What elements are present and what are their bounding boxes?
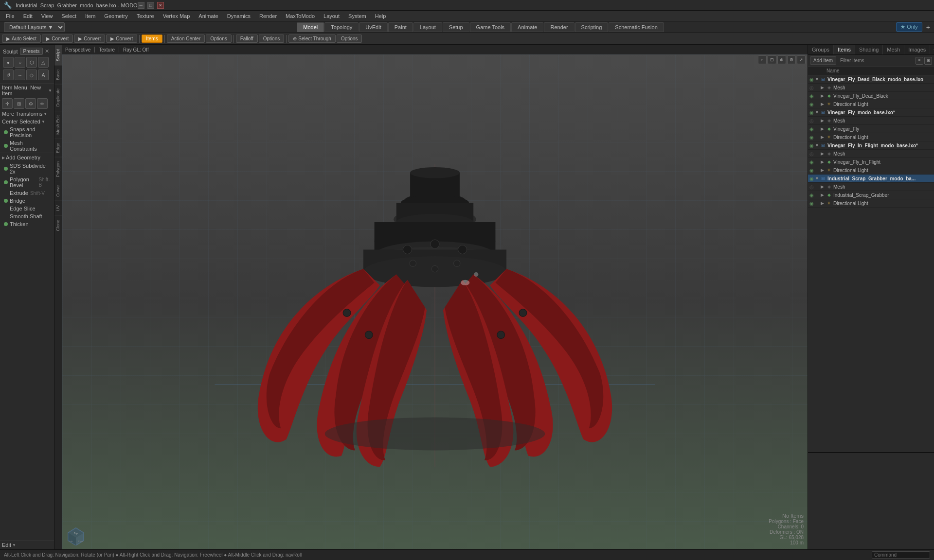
- viewport-zoom-icon[interactable]: ⊕: [777, 55, 786, 64]
- side-tab-sculpt[interactable]: Sculpt: [54, 45, 62, 65]
- action-center-button[interactable]: Action Center: [167, 35, 205, 43]
- menu-item-animate[interactable]: Animate: [195, 12, 222, 20]
- item-visibility-icon[interactable]: ◉: [808, 92, 815, 99]
- item-expand-icon[interactable]: ▶: [821, 159, 826, 164]
- options-button-2[interactable]: Options: [259, 35, 284, 43]
- side-tab-duplicate[interactable]: Duplicate: [54, 84, 62, 111]
- main-tab-layout[interactable]: Layout: [413, 22, 442, 32]
- item-visibility-icon[interactable]: ◉: [808, 142, 815, 149]
- grid-icon[interactable]: ⊞: [14, 98, 24, 109]
- list-item[interactable]: ◎▶◈Mesh: [808, 150, 934, 158]
- sphere-tool-icon[interactable]: ●: [3, 57, 14, 68]
- list-item[interactable]: ◎▶◈Mesh: [808, 84, 934, 92]
- hex-tool-icon[interactable]: ⬡: [26, 57, 37, 68]
- side-tab-uv[interactable]: UV: [54, 201, 62, 215]
- move-tool-icon[interactable]: ↔: [15, 70, 25, 80]
- list-item[interactable]: ◉▶◆Vinegar_Fly_In_Flight: [808, 158, 934, 166]
- item-expand-icon[interactable]: ▶: [821, 85, 826, 90]
- add-item-button[interactable]: Add Item: [810, 56, 836, 65]
- main-tab-setup[interactable]: Setup: [443, 22, 469, 32]
- list-item[interactable]: ◉▶☀Directional Light: [808, 100, 934, 108]
- main-tab-model[interactable]: Model: [297, 22, 324, 32]
- add-geometry-dropdown[interactable]: ▶ Add Geometry: [0, 153, 54, 162]
- item-visibility-icon[interactable]: ◎: [808, 150, 815, 157]
- maximize-button[interactable]: □: [147, 2, 154, 9]
- presets-button[interactable]: Presets: [20, 48, 43, 55]
- edit-dropdown[interactable]: Edit ▼: [0, 540, 54, 549]
- viewport-fit-icon[interactable]: ⊡: [768, 55, 776, 64]
- presets-close-icon[interactable]: ✕: [45, 48, 49, 54]
- list-item[interactable]: ◉▶◆Vinegar_Fly_Dead_Black: [808, 92, 934, 100]
- list-item[interactable]: ◉▶☀Directional Light: [808, 166, 934, 175]
- options-button-3[interactable]: Options: [337, 35, 362, 43]
- items-button[interactable]: Items: [142, 35, 162, 43]
- rp-icon-btn-2[interactable]: ⊞: [924, 57, 932, 65]
- viewport[interactable]: Perspective Texture Ray GL: Off ⌂ ⊡ ⊕ ⚙ …: [62, 45, 808, 549]
- main-tab-uvedit[interactable]: UvEdit: [359, 22, 387, 32]
- viewport-expand-icon[interactable]: ⤢: [797, 55, 806, 64]
- minimize-button[interactable]: ─: [138, 2, 144, 9]
- options-button-1[interactable]: Options: [206, 35, 231, 43]
- side-tab-basic[interactable]: Basic: [54, 65, 62, 84]
- item-expand-icon[interactable]: ▶: [821, 135, 826, 140]
- pen-icon[interactable]: ✏: [37, 98, 48, 109]
- menu-item-layout[interactable]: Layout: [320, 12, 343, 20]
- item-expand-icon[interactable]: ▼: [815, 143, 820, 148]
- main-tab-animate[interactable]: Animate: [511, 22, 543, 32]
- text-tool-icon[interactable]: A: [38, 70, 49, 80]
- perspective-label[interactable]: Perspective: [65, 47, 90, 52]
- viewport-settings-icon[interactable]: ⚙: [787, 55, 796, 64]
- rp-tab-mesh[interactable]: Mesh: [883, 45, 904, 54]
- menu-item-vertex map[interactable]: Vertex Map: [159, 12, 194, 20]
- item-visibility-icon[interactable]: ◎: [808, 117, 815, 124]
- item-visibility-icon[interactable]: ◉: [808, 158, 815, 165]
- item-visibility-icon[interactable]: ◉: [808, 125, 815, 132]
- side-tab-clone[interactable]: Clone: [54, 215, 62, 235]
- tri-tool-icon[interactable]: △: [38, 57, 49, 68]
- main-tab-scripting[interactable]: Scripting: [575, 22, 609, 32]
- tool-item-edge-slice[interactable]: Edge Slice: [0, 205, 54, 212]
- item-visibility-icon[interactable]: ◉: [808, 175, 815, 182]
- menu-item-maxtomodo[interactable]: MaxToModo: [282, 12, 319, 20]
- list-item[interactable]: ◉▶◆Industrial_Scrap_Grabber: [808, 191, 934, 199]
- tool-item-extrude[interactable]: ExtrudeShift-V: [0, 189, 54, 197]
- item-expand-icon[interactable]: ▶: [821, 102, 826, 106]
- rp-tab-plus[interactable]: +: [930, 45, 934, 54]
- menu-item-system[interactable]: System: [344, 12, 370, 20]
- tool-item-sds-subdivide-2x[interactable]: SDS Subdivide 2x: [0, 162, 54, 175]
- menu-item-geometry[interactable]: Geometry: [100, 12, 131, 20]
- torus-tool-icon[interactable]: ○: [15, 57, 25, 68]
- rp-icon-btn-1[interactable]: ≡: [916, 57, 923, 65]
- item-visibility-icon[interactable]: ◉: [808, 101, 815, 107]
- item-visibility-icon[interactable]: ◉: [808, 76, 815, 83]
- more-transforms-dropdown[interactable]: More Transforms ▼: [0, 110, 54, 118]
- menu-item-file[interactable]: File: [2, 12, 18, 20]
- rp-tab-shading[interactable]: Shading: [855, 45, 883, 54]
- convert-button-3[interactable]: ▶ Convert: [106, 35, 137, 43]
- item-visibility-icon[interactable]: ◉: [808, 200, 815, 207]
- list-item[interactable]: ◉▼⊞Industrial_Scrap_Grabber_modo_ba...: [808, 175, 934, 183]
- add-tab-button[interactable]: +: [924, 23, 932, 31]
- item-visibility-icon[interactable]: ◉: [808, 134, 815, 140]
- item-expand-icon[interactable]: ▶: [821, 168, 826, 173]
- texture-label[interactable]: Texture: [99, 47, 115, 52]
- tool-item-smooth-shaft[interactable]: Smooth Shaft: [0, 212, 54, 220]
- rp-tab-groups[interactable]: Groups: [808, 45, 834, 54]
- item-expand-icon[interactable]: ▼: [815, 110, 820, 115]
- list-item[interactable]: ◉▼⊞Vinegar_Fly_In_Flight_modo_base.lxo*: [808, 141, 934, 150]
- ray-gl-label[interactable]: Ray GL: Off: [123, 47, 149, 52]
- close-button[interactable]: ✕: [157, 2, 164, 9]
- item-expand-icon[interactable]: ▼: [815, 176, 820, 181]
- list-item[interactable]: ◉▶☀Directional Light: [808, 133, 934, 141]
- menu-item-item[interactable]: Item: [81, 12, 99, 20]
- menu-item-render[interactable]: Render: [255, 12, 281, 20]
- center-selected-dropdown[interactable]: Center Selected ▼: [0, 118, 54, 125]
- list-item[interactable]: ◎▶◈Mesh: [808, 117, 934, 125]
- rotate-tool-icon[interactable]: ↺: [3, 70, 14, 80]
- tool-item-bridge[interactable]: Bridge: [0, 197, 54, 205]
- side-tab-edge[interactable]: Edge: [54, 139, 62, 157]
- main-tab-schematic-fusion[interactable]: Schematic Fusion: [609, 22, 664, 32]
- list-item[interactable]: ◉▼⊞Vinegar_Fly_modo_base.lxo*: [808, 108, 934, 117]
- item-expand-icon[interactable]: ▶: [821, 184, 826, 189]
- command-input[interactable]: [872, 551, 930, 559]
